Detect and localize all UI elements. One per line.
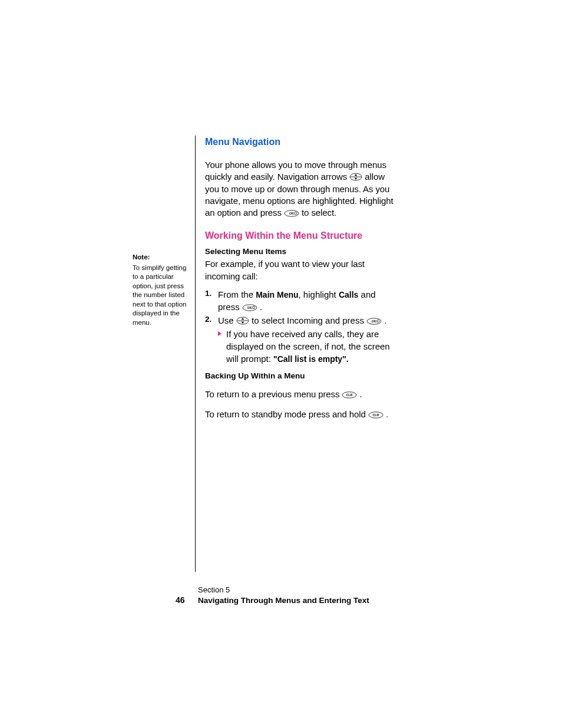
svg-text:CLR: CLR — [346, 393, 353, 397]
ok-key-icon: OK/ — [284, 210, 299, 217]
heading-working-within: Working Within the Menu Structure — [205, 230, 394, 241]
note-body: To simplify getting to a particular opti… — [133, 263, 189, 328]
svg-marker-12 — [241, 318, 244, 320]
svg-marker-2 — [355, 174, 358, 176]
svg-text:CLR: CLR — [372, 413, 379, 417]
footer-title: Navigating Through Menus and Entering Te… — [198, 596, 369, 605]
bold-call-list-empty: "Call list is empty". — [273, 354, 349, 364]
step-number: 2. — [205, 314, 218, 325]
bold-calls: Calls — [339, 290, 358, 299]
text: To return to standby mode press and hold — [205, 409, 368, 419]
intro-text-c: to select. — [302, 207, 336, 218]
text: From the — [218, 289, 256, 299]
bold-main-menu: Main Menu — [256, 290, 298, 299]
ordered-list: 1. From the Main Menu, highlight Calls a… — [205, 288, 394, 365]
step-body: Use to select Incoming and press — [218, 314, 394, 327]
text: . — [382, 315, 386, 325]
bullet-body: If you have received any calls, they are… — [226, 328, 394, 365]
step-body: From the Main Menu, highlight Calls and … — [218, 288, 394, 314]
step-1: 1. From the Main Menu, highlight Calls a… — [205, 288, 394, 314]
text: . — [257, 302, 262, 312]
example-lead: For example, if you want to view your la… — [205, 258, 394, 282]
svg-rect-6 — [295, 212, 296, 215]
clr-key-icon: CLR — [368, 411, 384, 419]
clr-key-icon: CLR — [342, 391, 357, 398]
nav-key-icon — [236, 317, 249, 325]
note-title: Note: — [133, 253, 189, 262]
ok-key-icon: OK/ — [242, 304, 257, 311]
intro-paragraph: Your phone allows you to move through me… — [205, 159, 394, 219]
back-paragraph-1: To return to a previous menu press CLR . — [205, 388, 394, 400]
text: To return to a previous menu press — [205, 389, 342, 399]
svg-marker-13 — [241, 322, 244, 324]
text: , highlight — [299, 289, 339, 299]
heading-menu-navigation: Menu Navigation — [205, 137, 394, 147]
triangle-bullet-icon — [218, 331, 222, 336]
svg-text:OK/: OK/ — [289, 212, 295, 215]
subheading-backing-up: Backing Up Within a Menu — [205, 371, 394, 380]
subheading-selecting: Selecting Menu Items — [205, 247, 394, 256]
svg-text:OK/: OK/ — [247, 307, 253, 310]
text: to select Incoming and press — [252, 315, 366, 325]
back-paragraph-2: To return to standby mode press and hold… — [205, 409, 394, 420]
svg-text:OK/: OK/ — [372, 321, 377, 324]
margin-note: Note: To simplify getting to a particula… — [133, 253, 189, 327]
text: . — [384, 409, 388, 419]
step-number: 1. — [205, 288, 218, 299]
step-2: 2. Use to select Incoming and press — [205, 314, 394, 327]
page: Note: To simplify getting to a particula… — [0, 0, 562, 728]
text: Use — [218, 315, 236, 325]
svg-rect-16 — [378, 320, 379, 322]
vertical-divider — [195, 136, 196, 572]
text: . — [357, 389, 362, 399]
page-number: 46 — [176, 595, 198, 605]
section-label: Section 5 — [198, 585, 369, 594]
nav-key-icon — [349, 173, 362, 181]
ok-key-icon: OK/ — [366, 318, 382, 325]
svg-marker-3 — [355, 178, 358, 180]
page-footer: Section 5 46 Navigating Through Menus an… — [176, 585, 369, 605]
sub-bullet: If you have received any calls, they are… — [218, 328, 394, 365]
svg-rect-9 — [253, 307, 254, 309]
main-content: Menu Navigation Your phone allows you to… — [205, 137, 394, 423]
